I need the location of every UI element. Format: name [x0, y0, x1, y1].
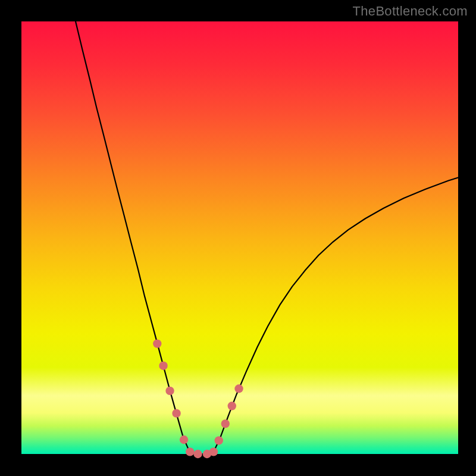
trough-marker — [234, 384, 243, 393]
trough-marker — [165, 387, 174, 395]
trough-marker — [153, 339, 161, 347]
trough-marker — [193, 450, 202, 458]
trough-marker — [159, 361, 167, 369]
chart-svg — [0, 0, 476, 476]
trough-marker — [172, 409, 180, 417]
trough-marker — [180, 436, 188, 444]
trough-marker — [221, 419, 230, 428]
trough-marker — [186, 447, 194, 456]
trough-marker — [209, 447, 218, 456]
trough-marker — [228, 402, 236, 410]
chart-stage: TheBottleneck.com — [0, 0, 476, 476]
watermark-text: TheBottleneck.com — [353, 4, 468, 19]
trough-marker — [215, 436, 223, 444]
